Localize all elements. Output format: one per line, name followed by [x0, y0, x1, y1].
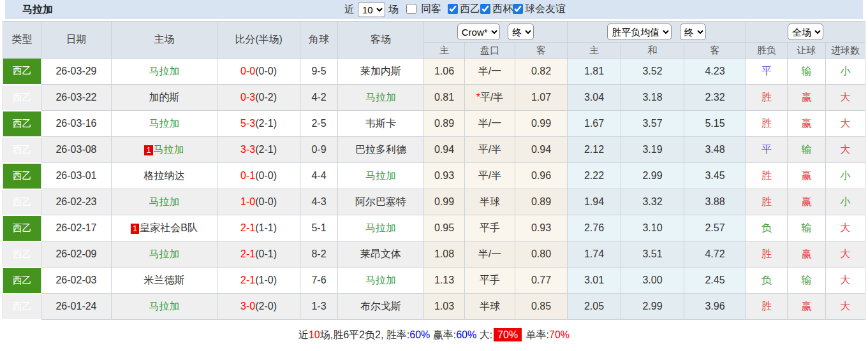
fulltime-score: 3-0 [240, 301, 255, 312]
same-venue-checkbox[interactable] [406, 4, 416, 14]
liga2-checkbox[interactable] [448, 4, 458, 14]
score-cell: 5-3(2-1) [217, 111, 300, 137]
table-row: 西乙26-03-22加的斯0-3(0-2)4-2马拉加0.81*平/半1.073… [3, 85, 865, 111]
handicap-home-odds-cell: 0.99 [424, 189, 465, 215]
handicap-result-cell: 赢 [788, 85, 826, 111]
corner-cell: 9-5 [300, 59, 338, 85]
filter-friendly[interactable]: 球会友谊 [513, 3, 566, 16]
rank-badge: 1 [131, 224, 139, 234]
goals-result-cell: 大 [826, 294, 865, 320]
goals-result-cell: 大 [826, 215, 865, 241]
team-name: 莱加内斯 [360, 66, 401, 76]
copa-label: 西杯 [492, 3, 513, 16]
fulltime-score: 5-3 [240, 118, 255, 129]
away-team-cell: 马拉加 [338, 268, 424, 294]
handicap-away-odds-cell: 0.77 [515, 268, 568, 294]
handicap-home-odds-cell: 0.93 [424, 163, 465, 189]
odds-company-select[interactable]: Crow* [457, 24, 500, 40]
handicap-line-cell: 半球 [465, 189, 515, 215]
handicap-result-cell: 赢 [788, 294, 826, 320]
date-cell: 26-03-29 [41, 59, 112, 85]
handicap-away-odds-cell: 0.80 [515, 241, 568, 268]
subheader-mean-away: 客 [684, 43, 746, 59]
halftime-score: (1-1) [255, 222, 277, 233]
home-team-cell: 1皇家社会B队 [112, 215, 217, 241]
goals-result-cell: 小 [826, 163, 865, 189]
home-team-cell: 马拉加 [112, 294, 217, 320]
team-name: 马拉加 [149, 301, 180, 312]
handicap-line-cell: 半球 [465, 294, 515, 320]
handicap-away-odds-cell: 0.93 [515, 215, 568, 241]
table-row: 西乙26-02-09马拉加2-1(0-1)8-2莱昂文体1.08半/一0.801… [3, 241, 865, 268]
avg-away-odds-cell: 2.45 [684, 268, 746, 294]
handicap-result-cell: 赢 [788, 241, 826, 268]
mean-type-select[interactable]: 胜平负均值 [607, 24, 672, 40]
result-group-header: 全场 [746, 22, 865, 43]
goals-result-cell: 大 [826, 137, 865, 163]
league-cell: 西乙 [3, 268, 41, 294]
team-name: 马拉加 [149, 248, 180, 259]
team-name: 米兰德斯 [144, 275, 185, 285]
handicap-line-cell: 半/一 [465, 111, 515, 137]
filter-liga2[interactable]: 西乙 [448, 3, 480, 16]
corner-cell: 4-3 [300, 189, 338, 215]
result-cell: 胜 [746, 189, 788, 215]
handicap-result-cell: 赢 [788, 111, 826, 137]
goals-result-cell: 大 [826, 85, 865, 111]
halftime-score: (0-1) [255, 248, 277, 259]
odds-stage-select[interactable]: 终 [508, 24, 534, 40]
avg-away-odds-cell: 3.45 [684, 163, 746, 189]
avg-away-odds-cell: 5.15 [684, 111, 746, 137]
friendly-checkbox[interactable] [513, 4, 523, 14]
handicap-home-odds-cell: 0.89 [424, 111, 465, 137]
league-cell: 西乙 [3, 59, 41, 85]
summary-bar: 近10场,胜6平2负2, 胜率:60% 赢率:60% 大:70% 单率:70% [0, 320, 868, 342]
filter-same-venue[interactable]: 同客 [406, 3, 441, 16]
handicap-away-odds-cell: 0.85 [515, 294, 568, 320]
filter-copa[interactable]: 西杯 [480, 3, 513, 16]
score-cell: 2-1(1-0) [217, 268, 300, 294]
col-header-type: 类型 [3, 22, 41, 59]
handicap-line-cell: 平手 [465, 268, 515, 294]
changed-line-star: * [476, 92, 480, 103]
avg-home-odds-cell: 2.05 [568, 294, 621, 320]
fulltime-score: 1-0 [240, 196, 255, 207]
scope-select[interactable]: 全场 [788, 24, 823, 40]
home-team-cell: 加的斯 [112, 85, 217, 111]
handicap-line-cell: 半/一 [465, 59, 515, 85]
away-team-cell: 马拉加 [338, 85, 424, 111]
halftime-score: (2-1) [255, 144, 277, 155]
league-cell: 西乙 [3, 215, 41, 241]
fulltime-score: 2-1 [240, 275, 255, 285]
subheader-odds-away: 客 [515, 43, 568, 59]
team-name: 马拉加 [149, 118, 180, 129]
subheader-handicap: 盘口 [465, 43, 515, 59]
avg-away-odds-cell: 4.72 [684, 241, 746, 268]
corner-cell: 7-6 [300, 268, 338, 294]
mean-stage-select[interactable]: 终 [680, 24, 706, 40]
fulltime-score: 3-3 [240, 144, 255, 155]
recent-label-prefix: 近 [344, 3, 355, 17]
date-cell: 26-02-17 [41, 215, 112, 241]
subheader-mean-home: 主 [568, 43, 621, 59]
handicap-away-odds-cell: 0.89 [515, 189, 568, 215]
away-team-cell: 马拉加 [338, 215, 424, 241]
fulltime-score: 2-1 [240, 248, 255, 259]
recent-count-select[interactable]: 10 [358, 2, 385, 17]
handicap-result-cell: 输 [788, 59, 826, 85]
avg-home-odds-cell: 3.04 [568, 85, 621, 111]
home-team-cell: 马拉加 [112, 189, 217, 215]
result-cell: 负 [746, 215, 788, 241]
league-cell: 西乙 [3, 189, 41, 215]
corner-cell: 4-2 [300, 85, 338, 111]
goals-result-cell: 大 [826, 268, 865, 294]
away-team-cell: 韦斯卡 [338, 111, 424, 137]
summary-segment-red: 70% [549, 329, 570, 340]
handicap-line-cell: 平手 [465, 215, 515, 241]
copa-checkbox[interactable] [480, 4, 490, 14]
result-cell: 平 [746, 59, 788, 85]
corner-cell: 5-1 [300, 215, 338, 241]
avg-home-odds-cell: 3.01 [568, 268, 621, 294]
date-cell: 26-03-01 [41, 163, 112, 189]
corner-cell: 2-5 [300, 111, 338, 137]
